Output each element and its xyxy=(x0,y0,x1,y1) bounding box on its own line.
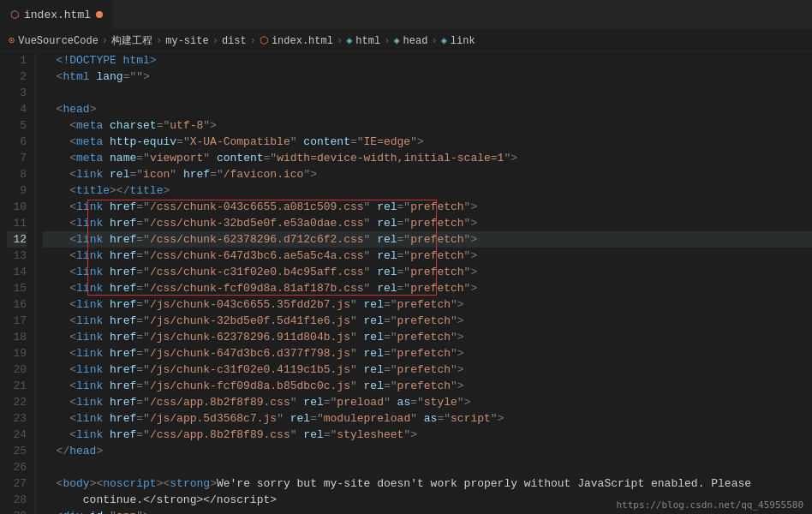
line-number-1: 1 xyxy=(7,52,27,69)
tab-filename: index.html xyxy=(24,9,91,21)
code-line-7: <meta name="viewport" content="width=dev… xyxy=(43,150,812,166)
line-number-24: 24 xyxy=(7,427,27,443)
code-line-3 xyxy=(43,85,812,101)
line-number-12: 12 xyxy=(7,231,27,248)
breadcrumb-part-4[interactable]: dist xyxy=(222,35,247,47)
code-line-1: <!DOCTYPE html> xyxy=(43,52,812,69)
line-number-17: 17 xyxy=(7,313,27,329)
code-line-24: <link href="/css/app.8b2f8f89.css" rel="… xyxy=(43,427,812,443)
line-number-3: 3 xyxy=(7,85,27,101)
line-number-11: 11 xyxy=(7,215,27,231)
circle-icon: ⊙ xyxy=(9,34,15,47)
line-numbers: 1234567891011121314151617181920212223242… xyxy=(0,52,36,514)
code-line-8: <link rel="icon" href="/favicon.ico"> xyxy=(43,166,812,182)
code-line-16: <link href="/js/chunk-043c6655.35fdd2b7.… xyxy=(43,296,812,313)
code-line-18: <link href="/js/chunk-62378296.911d804b.… xyxy=(43,329,812,345)
breadcrumb-part-3[interactable]: my-site xyxy=(165,35,208,47)
sep-1: › xyxy=(102,35,108,47)
line-number-23: 23 xyxy=(7,410,27,427)
code-line-6: <meta http-equiv="X-UA-Compatible" conte… xyxy=(43,134,812,150)
code-line-14: <link href="/css/chunk-c31f02e0.b4c95aff… xyxy=(43,264,812,280)
line-number-28: 28 xyxy=(7,492,27,508)
watermark: https://blog.csdn.net/qq_45955580 xyxy=(616,499,803,511)
code-line-27: <body><noscript><strong>We're sorry but … xyxy=(43,475,812,492)
line-number-29: 29 xyxy=(7,508,27,514)
breadcrumb: ⊙ VueSourceCode › 构建工程 › my-site › dist … xyxy=(0,30,812,52)
breadcrumb-part-5[interactable]: index.html xyxy=(272,35,333,47)
html-icon-bc: ⬡ xyxy=(260,34,268,47)
line-number-27: 27 xyxy=(7,475,27,492)
editor: 1234567891011121314151617181920212223242… xyxy=(0,52,812,514)
line-number-14: 14 xyxy=(7,264,27,280)
code-line-25: </head> xyxy=(43,443,812,459)
line-number-21: 21 xyxy=(7,378,27,394)
code-line-2: <html lang=""> xyxy=(43,69,812,85)
code-line-17: <link href="/js/chunk-32bd5e0f.5d41f1e6.… xyxy=(43,313,812,329)
line-number-9: 9 xyxy=(7,182,27,199)
code-line-15: <link href="/css/chunk-fcf09d8a.81af187b… xyxy=(43,280,812,296)
tab-bar: ⬡ index.html xyxy=(0,0,812,30)
line-number-26: 26 xyxy=(7,459,27,475)
breadcrumb-part-8[interactable]: link xyxy=(451,35,475,47)
line-number-15: 15 xyxy=(7,280,27,296)
line-number-22: 22 xyxy=(7,394,27,410)
line-number-4: 4 xyxy=(7,101,27,117)
breadcrumb-part-7[interactable]: head xyxy=(403,35,428,47)
sep-2: › xyxy=(156,35,162,47)
sep-7: › xyxy=(431,35,437,47)
sep-3: › xyxy=(212,35,218,47)
code-line-21: <link href="/js/chunk-fcf09d8a.b85dbc0c.… xyxy=(43,378,812,394)
code-line-11: <link href="/css/chunk-32bd5e0f.e53a0dae… xyxy=(43,215,812,231)
line-number-6: 6 xyxy=(7,134,27,150)
line-number-7: 7 xyxy=(7,150,27,166)
sep-6: › xyxy=(384,35,390,47)
code-line-20: <link href="/js/chunk-c31f02e0.4119c1b5.… xyxy=(43,362,812,378)
line-number-2: 2 xyxy=(7,69,27,85)
code-line-19: <link href="/js/chunk-647d3bc6.d377f798.… xyxy=(43,345,812,362)
head-tag-icon: ◈ xyxy=(393,34,399,47)
line-number-13: 13 xyxy=(7,248,27,264)
code-line-22: <link href="/css/app.8b2f8f89.css" rel="… xyxy=(43,394,812,410)
breadcrumb-part-6[interactable]: html xyxy=(355,35,380,47)
line-number-16: 16 xyxy=(7,296,27,313)
line-number-8: 8 xyxy=(7,166,27,182)
html-file-icon: ⬡ xyxy=(10,9,19,21)
code-line-23: <link href="/js/app.5d3568c7.js" rel="mo… xyxy=(43,410,812,427)
line-number-25: 25 xyxy=(7,443,27,459)
code-line-9: <title></title> xyxy=(43,182,812,199)
link-tag-icon: ◈ xyxy=(441,34,447,47)
breadcrumb-part-1[interactable]: VueSourceCode xyxy=(18,35,99,47)
sep-5: › xyxy=(337,35,343,47)
code-line-10: <link href="/css/chunk-043c6655.a081c509… xyxy=(43,199,812,215)
code-area[interactable]: <!DOCTYPE html> <html lang=""> <head> <m… xyxy=(36,52,812,514)
line-number-19: 19 xyxy=(7,345,27,362)
code-line-13: <link href="/css/chunk-647d3bc6.ae5a5c4a… xyxy=(43,248,812,264)
tab-index-html[interactable]: ⬡ index.html xyxy=(0,0,114,30)
code-line-4: <head> xyxy=(43,101,812,117)
line-number-18: 18 xyxy=(7,329,27,345)
html-tag-icon: ◈ xyxy=(346,34,352,47)
line-number-5: 5 xyxy=(7,117,27,134)
code-line-5: <meta charset="utf-8"> xyxy=(43,117,812,134)
breadcrumb-part-2[interactable]: 构建工程 xyxy=(111,33,152,48)
code-line-26 xyxy=(43,459,812,475)
line-number-10: 10 xyxy=(7,199,27,215)
sep-4: › xyxy=(250,35,256,47)
line-number-20: 20 xyxy=(7,362,27,378)
code-line-12: <link href="/css/chunk-62378296.d712c6f2… xyxy=(43,231,812,248)
unsaved-indicator xyxy=(96,11,103,18)
